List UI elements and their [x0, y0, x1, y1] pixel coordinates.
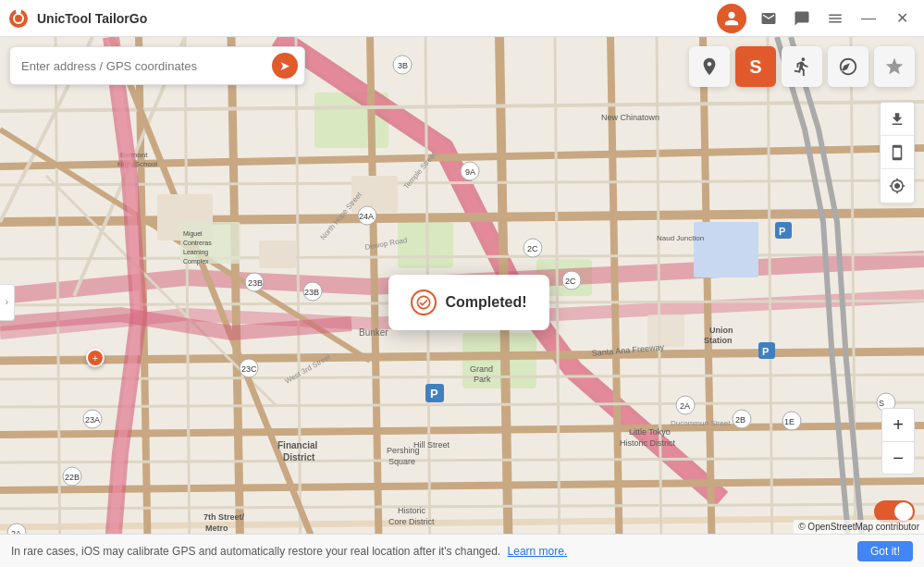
- svg-rect-8: [398, 222, 453, 268]
- svg-text:3B: 3B: [398, 61, 408, 70]
- svg-text:Metro: Metro: [205, 524, 228, 533]
- svg-text:P: P: [779, 226, 785, 237]
- svg-text:Little Tokyo: Little Tokyo: [629, 427, 671, 437]
- route-s-label: S: [749, 56, 761, 78]
- path-button[interactable]: [782, 46, 822, 87]
- svg-text:22B: 22B: [65, 473, 80, 482]
- svg-rect-44: [259, 240, 296, 268]
- app-title: UnicTool TailorGo: [37, 11, 717, 26]
- search-input[interactable]: [10, 59, 265, 73]
- svg-text:Core District: Core District: [388, 517, 435, 526]
- svg-text:P: P: [762, 346, 769, 357]
- chat-button[interactable]: [787, 4, 817, 33]
- svg-text:2B: 2B: [735, 415, 745, 425]
- route-s-button[interactable]: S: [735, 46, 776, 87]
- map-container[interactable]: P P P Santa Ana Freeway Financial Distri…: [0, 37, 924, 567]
- favorites-button[interactable]: [874, 46, 915, 87]
- svg-text:23A: 23A: [85, 415, 100, 425]
- learn-more-link[interactable]: Learn more.: [508, 545, 568, 558]
- target-location-button[interactable]: [881, 169, 914, 203]
- svg-text:9A: 9A: [465, 167, 475, 177]
- svg-text:Naud Junction: Naud Junction: [657, 234, 704, 242]
- svg-text:Financial: Financial: [277, 440, 318, 450]
- search-bar: ➤: [9, 46, 305, 85]
- svg-text:New Chinatown: New Chinatown: [601, 113, 659, 122]
- check-circle-icon: [411, 290, 437, 315]
- location-pin-button[interactable]: [689, 46, 730, 87]
- title-controls: — ✕: [754, 4, 924, 33]
- user-avatar[interactable]: [717, 4, 746, 33]
- osm-attribution: © OpenStreetMap contributor: [794, 520, 924, 534]
- svg-text:District: District: [283, 452, 315, 462]
- svg-rect-46: [647, 314, 684, 347]
- svg-text:23B: 23B: [304, 288, 319, 297]
- svg-text:Hill Street: Hill Street: [413, 440, 450, 450]
- zoom-in-button[interactable]: +: [881, 408, 915, 441]
- app-logo: [0, 0, 37, 37]
- minimize-button[interactable]: —: [854, 4, 883, 33]
- svg-text:1E: 1E: [784, 417, 795, 426]
- svg-text:Historic District: Historic District: [620, 438, 675, 448]
- zoom-controls: + −: [881, 408, 915, 475]
- svg-text:Bunker: Bunker: [359, 327, 388, 338]
- svg-text:Learning: Learning: [183, 249, 208, 256]
- zoom-out-button[interactable]: −: [881, 441, 915, 475]
- control-group: [880, 102, 915, 203]
- svg-text:2C: 2C: [565, 277, 576, 286]
- svg-point-116: [417, 296, 429, 308]
- svg-text:P: P: [430, 387, 438, 401]
- search-button[interactable]: ➤: [265, 46, 304, 85]
- menu-button[interactable]: [820, 4, 850, 33]
- phone-button[interactable]: [881, 136, 914, 169]
- toggle-knob: [894, 502, 913, 521]
- mail-button[interactable]: [754, 4, 783, 33]
- svg-text:Historic: Historic: [398, 506, 426, 515]
- svg-text:2A: 2A: [680, 401, 690, 411]
- got-it-button[interactable]: Got it!: [857, 541, 913, 561]
- svg-text:Park: Park: [474, 375, 491, 384]
- search-arrow-icon: ➤: [272, 53, 298, 79]
- svg-text:7th Street/: 7th Street/: [203, 512, 245, 522]
- svg-point-2: [16, 8, 21, 14]
- download-button[interactable]: [881, 103, 914, 136]
- svg-text:24A: 24A: [359, 212, 374, 221]
- svg-text:S: S: [879, 399, 884, 408]
- svg-text:2C: 2C: [527, 244, 538, 253]
- svg-text:Miguel: Miguel: [183, 230, 203, 238]
- compass-button[interactable]: [828, 46, 869, 87]
- svg-text:Union: Union: [709, 326, 733, 335]
- svg-text:Complex: Complex: [183, 258, 209, 265]
- svg-text:Square: Square: [388, 457, 415, 466]
- notification-message: In rare cases, iOS may calibrate GPS and…: [11, 545, 848, 558]
- svg-text:Grand: Grand: [470, 364, 493, 374]
- svg-text:23B: 23B: [248, 278, 263, 288]
- completed-popup: Completed!: [388, 275, 549, 330]
- map-toolbar: S: [689, 46, 915, 87]
- svg-text:23C: 23C: [241, 364, 257, 374]
- svg-text:Station: Station: [704, 336, 733, 345]
- svg-rect-47: [694, 222, 758, 277]
- svg-text:Ducommun Street: Ducommun Street: [671, 419, 731, 427]
- completed-text: Completed!: [446, 294, 527, 311]
- sidebar-expand-button[interactable]: ›: [0, 284, 15, 321]
- add-location-dot[interactable]: +: [86, 349, 105, 367]
- right-controls: [880, 102, 915, 203]
- svg-text:Contreras: Contreras: [183, 240, 212, 246]
- titlebar: UnicTool TailorGo — ✕: [0, 0, 924, 37]
- close-button[interactable]: ✕: [887, 4, 917, 33]
- bottom-notification-bar: In rare cases, iOS may calibrate GPS and…: [0, 534, 924, 567]
